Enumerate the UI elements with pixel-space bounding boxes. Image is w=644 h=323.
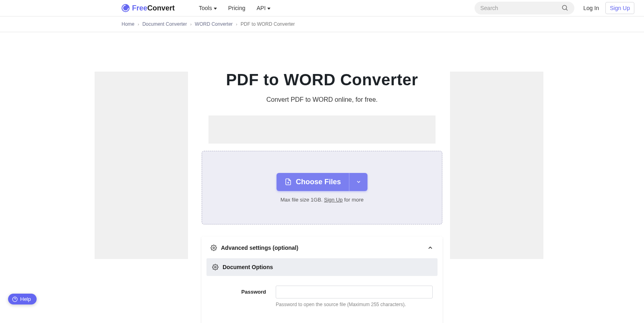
svg-line-1 (566, 9, 568, 10)
help-icon (12, 296, 18, 302)
password-input[interactable] (276, 286, 433, 298)
breadcrumb-bar: Home › Document Converter › WORD Convert… (0, 16, 644, 32)
document-options-section: Document Options (206, 258, 438, 276)
breadcrumb-word-converter[interactable]: WORD Converter (195, 21, 233, 27)
logo-icon (122, 4, 130, 12)
password-row: Password Password to open the source fil… (202, 276, 442, 307)
nav-pricing-label: Pricing (228, 5, 246, 11)
chevron-right-icon: › (190, 22, 192, 27)
nav-tools[interactable]: Tools (199, 5, 217, 11)
advanced-settings-title: Advanced settings (optional) (221, 245, 423, 251)
help-button[interactable]: Help (8, 294, 37, 304)
search-field[interactable] (475, 2, 574, 14)
ad-slot-left (95, 72, 188, 259)
logo-text-free: Free (132, 4, 147, 12)
search-icon (561, 4, 569, 12)
breadcrumb: Home › Document Converter › WORD Convert… (0, 16, 644, 32)
file-size-note: Max file size 1GB. Sign Up for more (281, 197, 364, 203)
nav-tools-label: Tools (199, 5, 212, 11)
svg-point-5 (215, 266, 216, 268)
chevron-right-icon: › (236, 22, 237, 27)
size-note-prefix: Max file size 1GB. (281, 197, 324, 203)
size-note-suffix: for more (343, 197, 363, 203)
chevron-down-icon (267, 8, 270, 10)
logo-text-convert: Convert (147, 4, 175, 12)
password-label: Password (211, 286, 266, 295)
ad-slot-right (450, 72, 543, 259)
chevron-down-icon (356, 179, 361, 185)
advanced-settings-toggle[interactable]: Advanced settings (optional) (202, 237, 442, 258)
nav-api-label: API (257, 5, 266, 11)
nav-api[interactable]: API (257, 5, 271, 11)
login-link[interactable]: Log In (583, 5, 599, 11)
chevron-up-icon (427, 245, 433, 251)
gear-icon (212, 264, 219, 270)
svg-point-0 (563, 5, 567, 10)
choose-files-button[interactable]: Choose Files (277, 173, 349, 191)
gear-icon (211, 245, 217, 251)
page-subtitle: Convert PDF to WORD online, for free. (202, 96, 442, 103)
page-content: PDF to WORD Converter Convert PDF to WOR… (0, 32, 644, 323)
search-input[interactable] (480, 5, 558, 11)
page-title: PDF to WORD Converter (202, 71, 442, 89)
logo-link[interactable]: FreeConvert (122, 4, 175, 12)
main-nav: Tools Pricing API (199, 5, 270, 11)
chevron-down-icon (214, 8, 217, 10)
choose-files-dropdown[interactable] (349, 173, 367, 191)
svg-point-4 (213, 247, 215, 249)
top-header: FreeConvert Tools Pricing API Log In Sig… (0, 0, 644, 16)
password-help-text: Password to open the source file (Maximu… (276, 302, 433, 307)
breadcrumb-current: PDF to WORD Converter (241, 21, 295, 27)
signup-button[interactable]: Sign Up (605, 2, 634, 14)
choose-files-group: Choose Files (277, 173, 367, 191)
apply-row: Apply to All Files (202, 307, 442, 323)
file-dropzone[interactable]: Choose Files Max file size 1GB. Sign Up … (202, 151, 442, 224)
help-label: Help (20, 296, 31, 302)
nav-pricing[interactable]: Pricing (228, 5, 246, 11)
ad-slot-banner (208, 115, 436, 144)
signup-link-inline[interactable]: Sign Up (324, 197, 343, 203)
choose-files-label: Choose Files (296, 178, 341, 186)
auth-group: Log In Sign Up (583, 2, 634, 14)
chevron-right-icon: › (138, 22, 139, 27)
document-options-label: Document Options (223, 264, 273, 270)
advanced-settings-card: Advanced settings (optional) Document Op… (202, 237, 442, 323)
file-add-icon (285, 178, 292, 186)
breadcrumb-document-converter[interactable]: Document Converter (142, 21, 187, 27)
breadcrumb-home[interactable]: Home (122, 21, 134, 27)
